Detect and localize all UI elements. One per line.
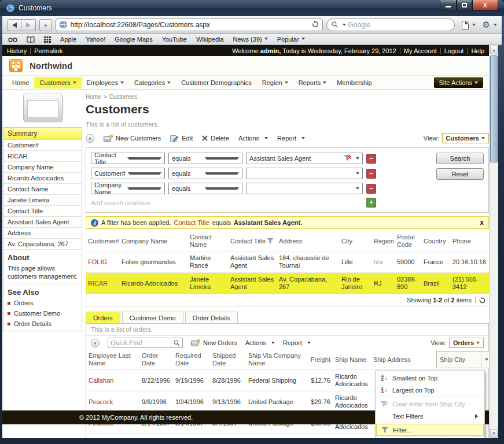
collapse-panel-button[interactable]: ∧: [86, 134, 94, 143]
close-button[interactable]: X: [472, 0, 498, 10]
history-link[interactable]: History: [7, 47, 27, 54]
col-ship-city[interactable]: Ship City: [436, 350, 489, 370]
notice-field-link[interactable]: Contact Title: [174, 219, 209, 226]
search-button[interactable]: Search: [436, 153, 484, 164]
see-also-order-details[interactable]: Order Details: [4, 319, 82, 331]
customer-row-ricar-selected[interactable]: RICAR Ricardo Adocicados Janete Limeira …: [86, 273, 489, 294]
operator-select-2[interactable]: equals: [168, 168, 242, 179]
col-customer-id[interactable]: Customer#: [86, 231, 119, 251]
menu-value-rio-de-janeiro[interactable]: Rio de Janeiro: [376, 438, 484, 438]
nav-customer-demographics[interactable]: Customer Demographics: [176, 77, 257, 88]
col-freight[interactable]: Freight: [306, 350, 333, 370]
bookmarks-book-icon[interactable]: [27, 36, 35, 43]
edit-button[interactable]: Edit: [170, 135, 193, 142]
bookmark-news-folder[interactable]: News (39): [233, 36, 268, 43]
see-also-orders[interactable]: Orders: [4, 298, 82, 308]
col-ship-address[interactable]: Ship Address: [371, 350, 436, 370]
my-account-link[interactable]: My Account: [404, 47, 437, 54]
report-menu-button[interactable]: Report: [277, 135, 305, 142]
view-dropdown[interactable]: Customers: [442, 133, 489, 143]
col-country[interactable]: Country: [421, 231, 450, 251]
col-order-date[interactable]: Order Date: [139, 350, 173, 370]
col-region[interactable]: Region: [371, 231, 395, 251]
col-address[interactable]: Address: [277, 231, 339, 251]
reading-glasses-icon[interactable]: [8, 37, 17, 42]
delete-button[interactable]: Delete: [202, 135, 229, 142]
employee-link[interactable]: Peacock: [86, 391, 139, 413]
field-select-2[interactable]: Customer#: [91, 168, 165, 179]
new-orders-button[interactable]: New Orders: [191, 339, 237, 346]
col-company-name[interactable]: Company Name: [119, 231, 187, 251]
bookmark-yahoo[interactable]: Yahoo!: [86, 36, 105, 43]
combo-arrow-icon[interactable]: [356, 172, 359, 176]
page-menu-button[interactable]: [462, 21, 476, 29]
menu-filter[interactable]: Filter...: [376, 424, 484, 436]
settings-menu-button[interactable]: ⚙: [483, 21, 497, 29]
menu-sort-descending[interactable]: ZA↓ Largest on Top: [376, 384, 484, 396]
col-ship-name[interactable]: Ship Name: [333, 350, 371, 370]
permalink-link[interactable]: Permalink: [34, 47, 62, 54]
orders-report-menu-button[interactable]: Report: [283, 339, 311, 346]
orders-view-dropdown[interactable]: Orders: [449, 338, 484, 348]
col-required-date[interactable]: Required Date: [173, 350, 210, 370]
site-actions-button[interactable]: Site Actions: [434, 77, 483, 88]
bookmark-google-maps[interactable]: Google Maps: [115, 36, 152, 43]
customer-id-link[interactable]: FOLIG: [86, 251, 119, 273]
google-search-field[interactable]: Google: [326, 18, 455, 31]
menu-text-filters[interactable]: Text Filters: [376, 410, 484, 422]
orders-actions-menu-button[interactable]: Actions: [245, 339, 275, 346]
operator-select-1[interactable]: equals: [168, 153, 242, 164]
minimize-button[interactable]: [440, 0, 457, 10]
vertical-scrollbar[interactable]: ▲ ▼: [489, 45, 498, 438]
value-input-2[interactable]: [246, 168, 363, 179]
value-input-3[interactable]: [246, 183, 363, 194]
logout-link[interactable]: Logout: [444, 47, 464, 54]
back-button[interactable]: [7, 19, 21, 31]
field-select-3[interactable]: Company Name: [91, 183, 165, 194]
col-contact-title[interactable]: Contact Title: [228, 231, 277, 251]
bookmark-wikipedia[interactable]: Wikipedia: [196, 36, 224, 43]
bookmark-popular-folder[interactable]: Popular: [277, 36, 305, 43]
col-shipped-date[interactable]: Shipped Date: [210, 350, 246, 370]
reload-icon[interactable]: [312, 21, 319, 29]
clear-filter-icon[interactable]: [344, 155, 351, 162]
remove-condition-button[interactable]: −: [366, 154, 376, 164]
menu-sort-ascending[interactable]: AZ↓ Smallest on Top: [376, 372, 484, 384]
breadcrumb-home[interactable]: Home: [86, 94, 101, 100]
scrollbar-thumb[interactable]: [490, 56, 498, 162]
dismiss-notice-button[interactable]: x: [480, 219, 484, 227]
reset-button[interactable]: Reset: [436, 168, 484, 180]
col-postal-code[interactable]: Postal Code: [395, 231, 421, 251]
value-input-1[interactable]: Assistant Sales Agent: [246, 153, 363, 164]
employee-link[interactable]: Callahan: [86, 434, 139, 439]
tab-order-details[interactable]: Order Details: [185, 312, 238, 324]
maximize-button[interactable]: [457, 0, 472, 10]
address-bar[interactable]: http://localhost:22608/Pages/Customers.a…: [56, 18, 323, 31]
see-also-customer-demo[interactable]: Customer Demo: [4, 308, 82, 319]
tab-customer-demo[interactable]: Customer Demo: [122, 312, 183, 324]
remove-condition-button[interactable]: −: [366, 184, 376, 194]
new-customers-button[interactable]: New Customers: [104, 135, 161, 142]
remove-condition-button[interactable]: −: [366, 169, 376, 179]
col-phone[interactable]: Phone: [450, 231, 489, 251]
combo-arrow-icon[interactable]: [356, 157, 359, 161]
field-select-1[interactable]: Contact Title: [91, 153, 165, 164]
nav-home[interactable]: Home: [7, 77, 34, 88]
bookmark-youtube[interactable]: YouTube: [162, 36, 187, 43]
scroll-down-button[interactable]: ▼: [490, 429, 498, 438]
bookmark-apple[interactable]: Apple: [60, 36, 76, 43]
col-contact-name[interactable]: Contact Name: [187, 231, 228, 251]
scroll-up-button[interactable]: ▲: [490, 46, 498, 54]
add-condition-button[interactable]: +: [366, 198, 376, 208]
expand-panel-button[interactable]: ∨: [91, 339, 100, 347]
customer-id-link[interactable]: RICAR: [86, 273, 119, 294]
top-sites-grid-icon[interactable]: [44, 36, 51, 43]
new-tab-button[interactable]: +: [39, 19, 52, 31]
actions-menu-button[interactable]: Actions: [238, 135, 268, 142]
column-menu-button[interactable]: [481, 352, 489, 368]
nav-membership[interactable]: Membership: [332, 77, 377, 88]
tab-orders[interactable]: Orders: [86, 312, 120, 324]
nav-reports[interactable]: Reports: [293, 77, 332, 88]
nav-region[interactable]: Region: [257, 77, 293, 88]
col-city[interactable]: City: [339, 231, 371, 251]
